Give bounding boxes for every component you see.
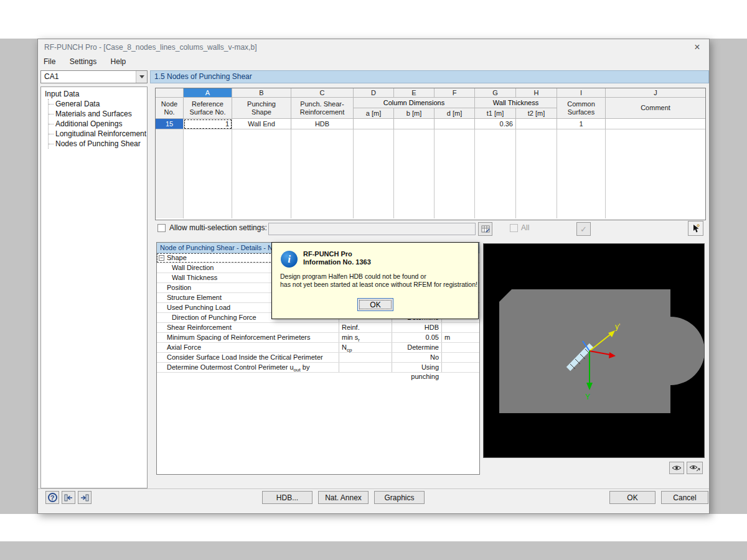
pick-node-button[interactable] <box>688 221 703 236</box>
menu-help[interactable]: Help <box>105 55 132 68</box>
cell-d[interactable] <box>435 119 475 129</box>
multi-selection-label: Allow multi-selection settings: <box>169 223 267 232</box>
detail-unit <box>442 353 479 362</box>
cell-reference-surface-no[interactable]: 1 <box>184 119 232 129</box>
info-icon: i <box>281 251 298 268</box>
detail-value[interactable]: No <box>392 353 442 362</box>
jump-previous-table-button[interactable] <box>62 491 75 504</box>
visibility-button[interactable] <box>669 462 684 474</box>
table-empty-area <box>156 129 705 218</box>
help-icon: ? <box>48 493 57 502</box>
close-button[interactable]: × <box>689 40 705 54</box>
column-letter-g[interactable]: G <box>475 88 516 98</box>
cell-common-surfaces[interactable]: 1 <box>557 119 606 129</box>
multi-selection-input[interactable] <box>268 223 476 235</box>
apply-all-button[interactable]: ✓ <box>576 222 591 236</box>
tree-item-materials-surfaces[interactable]: Materials and Surfaces <box>54 109 147 119</box>
jump-next-table-button[interactable] <box>78 491 92 504</box>
subheader-b-m: b [m] <box>394 108 435 118</box>
app-window: RF-PUNCH Pro - [Case_8_nodes_lines_colum… <box>37 39 710 514</box>
detail-row-consider-surface-load[interactable]: Consider Surface Load Inside the Critica… <box>157 353 479 363</box>
empty-column-cell <box>394 129 435 218</box>
column-letter-a[interactable]: A <box>184 88 232 98</box>
collapse-icon[interactable]: − <box>159 255 164 261</box>
national-annex-button[interactable]: Nat. Annex <box>318 491 369 504</box>
arrow-into-bar-right-icon <box>80 494 89 502</box>
help-button[interactable]: ? <box>45 491 59 504</box>
subheader-t2-m: t2 [m] <box>516 108 557 118</box>
chevron-down-icon <box>139 75 144 78</box>
column-header-node: NodeNo. <box>156 98 184 119</box>
tree-item-additional-openings[interactable]: Additional Openings <box>54 119 147 129</box>
detail-unit <box>442 343 479 352</box>
column-letter-j[interactable]: J <box>606 88 705 98</box>
apply-settings-button[interactable] <box>478 222 492 236</box>
cell-comment[interactable] <box>606 119 705 129</box>
tree-item-longitudinal-reinforcement[interactable]: Longitudinal Reinforcement <box>54 129 147 139</box>
tree-root-input-data[interactable]: Input Data <box>44 89 147 99</box>
cell-b[interactable] <box>394 119 435 129</box>
case-combobox[interactable]: CA1 <box>40 70 148 83</box>
menu-settings[interactable]: Settings <box>64 55 102 68</box>
case-combobox-value: CA1 <box>41 71 136 83</box>
empty-column-cell <box>557 129 606 218</box>
view-pick-button[interactable] <box>687 462 703 474</box>
cell-shear-reinforcement[interactable]: HDB <box>291 119 354 129</box>
empty-column-cell <box>516 129 557 218</box>
detail-value[interactable]: HDB <box>392 323 442 332</box>
tree-children: General Data Materials and Surfaces Addi… <box>48 99 147 149</box>
tree-item-general-data[interactable]: General Data <box>54 99 147 109</box>
detail-value[interactable]: Using punching <box>392 363 442 372</box>
detail-unit <box>442 323 479 332</box>
detail-row-axial-force[interactable]: Axial Force Ncp Determine <box>157 343 479 353</box>
detail-row-min-spacing[interactable]: Minimum Spacing of Reinforcement Perimet… <box>157 333 479 343</box>
dialog-ok-button[interactable]: OK <box>357 298 393 311</box>
multi-selection-checkbox[interactable] <box>157 224 166 232</box>
detail-label: Determine Outermost Control Perimeter uo… <box>157 363 339 372</box>
cancel-button[interactable]: Cancel <box>661 491 708 504</box>
detail-row-outermost-perimeter[interactable]: Determine Outermost Control Perimeter uo… <box>157 363 479 373</box>
wall-end-rendering: y' Y <box>484 244 704 457</box>
column-letter-f[interactable]: F <box>435 88 475 98</box>
window-title: RF-PUNCH Pro - [Case_8_nodes_lines_colum… <box>44 43 256 52</box>
all-checkbox[interactable] <box>510 224 518 232</box>
hdb-button[interactable]: HDB... <box>262 491 312 504</box>
cell-punching-shape[interactable]: Wall End <box>232 119 291 129</box>
column-letter-e[interactable]: E <box>394 88 435 98</box>
axis-label-y-global: Y <box>585 393 590 401</box>
detail-value[interactable]: 0.05 <box>392 333 442 342</box>
column-letter-c[interactable]: C <box>291 88 354 98</box>
menu-file[interactable]: File <box>38 55 61 68</box>
group-label-column-dimensions: Column Dimensions <box>354 98 475 108</box>
table-row: 15 1 Wall End HDB 0.36 1 <box>156 119 705 129</box>
detail-unit: m <box>442 333 479 342</box>
detail-label: Shear Reinforcement <box>157 323 339 332</box>
column-letter-b[interactable]: B <box>232 88 291 98</box>
column-letter-i[interactable]: I <box>557 88 606 98</box>
info-dialog: i RF-PUNCH Pro Information No. 1363 Desi… <box>271 242 479 319</box>
graphics-button[interactable]: Graphics <box>374 491 425 504</box>
cell-t1[interactable]: 0.36 <box>475 119 516 129</box>
combobox-dropdown-button[interactable] <box>136 71 147 83</box>
column-group-wall-thickness: Wall Thickness t1 [m] t2 [m] <box>475 98 557 119</box>
cell-a[interactable] <box>354 119 394 129</box>
section-title: 1.5 Nodes of Punching Shear <box>150 70 709 83</box>
detail-row-shear-reinforcement[interactable]: Shear Reinforcement Reinf. HDB <box>157 323 479 333</box>
graphics-panel[interactable]: y' Y <box>483 243 705 458</box>
row-header-node-no[interactable]: 15 <box>156 119 184 129</box>
empty-column-cell <box>291 129 354 218</box>
column-letter-h[interactable]: H <box>516 88 557 98</box>
detail-value[interactable]: Determine <box>392 343 442 352</box>
empty-column-cell <box>354 129 394 218</box>
tree-item-nodes-punching-shear[interactable]: Nodes of Punching Shear <box>54 139 147 149</box>
cell-t2[interactable] <box>516 119 557 129</box>
detail-label: Minimum Spacing of Reinforcement Perimet… <box>157 333 339 342</box>
empty-column-cell <box>184 129 232 218</box>
ok-button[interactable]: OK <box>609 491 655 504</box>
empty-column-cell <box>475 129 516 218</box>
column-letter-d[interactable]: D <box>354 88 394 98</box>
axis-label-y-local: y' <box>615 322 620 331</box>
all-checkbox-label: All <box>521 223 529 232</box>
background-strip-bottom <box>0 514 747 541</box>
dialog-app-title: RF-PUNCH Pro <box>303 250 352 258</box>
